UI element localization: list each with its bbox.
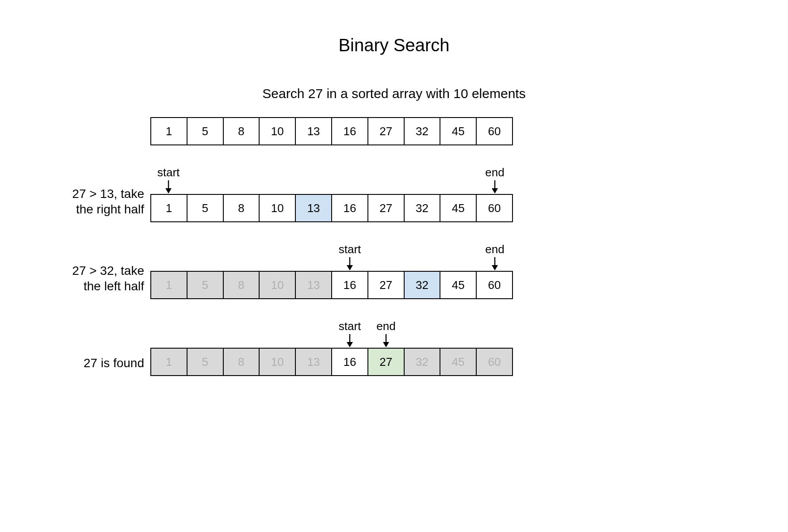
array-cell: 16	[332, 349, 368, 375]
array-cell: 10	[260, 195, 296, 221]
initial-array-col: 15810131627324560	[150, 117, 513, 145]
start-pointer-label: start	[339, 319, 361, 333]
array-cell: 1	[151, 118, 187, 144]
pointer-layer: startend	[150, 319, 513, 348]
step-array: 15810131627324560	[150, 271, 513, 299]
array-cell: 16	[332, 118, 368, 144]
array-cell: 1	[151, 195, 187, 221]
start-pointer: start	[332, 243, 368, 270]
svg-marker-1	[165, 188, 172, 194]
array-cell: 27	[368, 118, 405, 144]
step-caption-line: 27 > 32, take	[0, 263, 144, 278]
end-pointer: end	[368, 319, 404, 347]
array-cell: 13	[296, 272, 332, 298]
caption-empty	[0, 140, 150, 145]
arrow-down-icon	[332, 257, 368, 270]
step-caption: 27 is found	[0, 355, 150, 376]
array-cell: 8	[224, 118, 260, 144]
step-row: 27 > 32, takethe left halfstartend158101…	[0, 243, 788, 299]
array-cell: 13	[296, 195, 332, 221]
array-cell: 27	[368, 349, 405, 375]
start-pointer-label: start	[157, 166, 180, 179]
diagram-subtitle: Search 27 in a sorted array with 10 elem…	[0, 86, 788, 101]
array-cell: 8	[224, 195, 260, 221]
step-row: 27 is foundstartend15810131627324560	[0, 319, 788, 376]
array-cell: 8	[224, 349, 260, 375]
step-array: 15810131627324560	[150, 348, 513, 376]
step-caption-line: 27 > 13, take	[0, 186, 144, 201]
array-cell: 60	[477, 349, 512, 375]
array-cell: 45	[440, 118, 477, 144]
array-cell: 5	[187, 349, 224, 375]
array-cell: 45	[440, 195, 477, 221]
array-cell: 10	[260, 349, 296, 375]
array-cell: 60	[477, 195, 512, 221]
array-cell: 32	[405, 272, 441, 298]
array-cell: 1	[151, 272, 187, 298]
arrow-down-icon	[332, 334, 368, 347]
array-cell: 8	[224, 272, 260, 298]
pointer-layer: startend	[150, 243, 513, 271]
array-cell: 32	[405, 349, 441, 375]
step-caption-line: the left half	[0, 278, 144, 294]
array-cell: 5	[187, 272, 224, 298]
array-cell: 10	[260, 118, 296, 144]
start-pointer-label: start	[339, 243, 361, 256]
step-row: 27 > 13, takethe right halfstartend15810…	[0, 166, 788, 222]
array-cell: 16	[332, 272, 368, 298]
array-cell: 10	[260, 272, 296, 298]
end-pointer-label: end	[485, 243, 504, 256]
array-cell: 1	[151, 349, 187, 375]
svg-marker-11	[383, 342, 389, 347]
array-cell: 27	[368, 195, 405, 221]
step-array-col: startend15810131627324560	[150, 166, 513, 222]
step-caption-line: 27 is found	[0, 355, 144, 371]
array-cell: 32	[405, 118, 441, 144]
arrow-down-icon	[368, 334, 404, 347]
svg-marker-5	[347, 265, 353, 270]
end-pointer-label: end	[376, 319, 395, 333]
array-cell: 13	[296, 118, 332, 144]
end-pointer: end	[477, 166, 513, 194]
svg-marker-3	[492, 188, 498, 194]
array-cell: 27	[368, 272, 405, 298]
pointer-layer: startend	[150, 166, 513, 194]
step-caption: 27 > 32, takethe left half	[0, 263, 150, 299]
arrow-down-icon	[150, 180, 187, 194]
binary-search-diagram: Binary Search Search 27 in a sorted arra…	[0, 0, 788, 532]
end-pointer: end	[477, 243, 513, 270]
array-cell: 5	[187, 118, 224, 144]
array-cell: 5	[187, 195, 224, 221]
array-cell: 45	[440, 349, 477, 375]
end-pointer-label: end	[485, 166, 504, 179]
initial-row: 15810131627324560	[0, 117, 788, 145]
step-array-col: startend15810131627324560	[150, 319, 513, 376]
step-array: 15810131627324560	[150, 194, 513, 222]
initial-array: 15810131627324560	[150, 117, 513, 145]
svg-marker-7	[492, 265, 498, 270]
array-cell: 60	[477, 118, 512, 144]
array-cell: 13	[296, 349, 332, 375]
array-cell: 16	[332, 195, 368, 221]
svg-marker-9	[347, 342, 353, 347]
array-cell: 32	[405, 195, 441, 221]
step-array-col: startend15810131627324560	[150, 243, 513, 299]
array-cell: 60	[477, 272, 512, 298]
start-pointer: start	[332, 319, 368, 347]
diagram-title: Binary Search	[0, 35, 788, 55]
array-cell: 45	[440, 272, 477, 298]
arrow-down-icon	[477, 180, 513, 194]
step-caption: 27 > 13, takethe right half	[0, 186, 150, 222]
start-pointer: start	[150, 166, 187, 194]
step-caption-line: the right half	[0, 201, 144, 217]
arrow-down-icon	[477, 257, 513, 270]
